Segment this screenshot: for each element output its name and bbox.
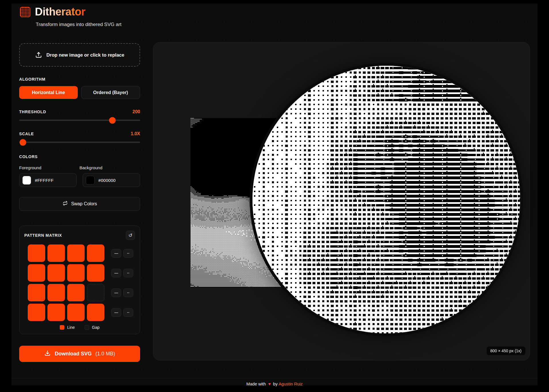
- image-size-badge: 800 × 450 px (1x): [487, 347, 525, 355]
- matrix-row: —··: [28, 264, 135, 282]
- legend-line-label: Line: [67, 325, 75, 330]
- matrix-cell-line[interactable]: [28, 284, 45, 301]
- colors-section-label: COLORS: [19, 154, 140, 159]
- row-dots-button[interactable]: ··: [123, 288, 133, 297]
- legend-gap-label: Gap: [92, 325, 100, 330]
- algorithm-section-label: ALGORITHM: [19, 77, 140, 81]
- matrix-cell-line[interactable]: [87, 244, 104, 262]
- row-dots-button[interactable]: ··: [123, 249, 133, 258]
- matrix-cell-line[interactable]: [67, 304, 85, 321]
- matrix-cell-line[interactable]: [67, 284, 85, 301]
- matrix-cell-line[interactable]: [47, 244, 65, 262]
- foreground-color-input[interactable]: #FFFFFF: [19, 173, 77, 187]
- swap-icon: [62, 200, 68, 207]
- foreground-label: Foreground: [19, 165, 79, 170]
- footer-middle: by: [273, 381, 278, 386]
- scale-slider[interactable]: [19, 142, 140, 143]
- background-swatch[interactable]: [86, 176, 95, 185]
- matrix-cell-line[interactable]: [28, 244, 45, 262]
- pattern-matrix-label: PATTERN MATRIX: [24, 233, 62, 238]
- matrix-row: —··: [28, 284, 135, 301]
- swap-colors-label: Swap Colors: [71, 201, 97, 206]
- download-size: (1.0 MB): [96, 351, 115, 357]
- matrix-row: —··: [28, 244, 135, 262]
- matrix-cell-line[interactable]: [67, 264, 85, 282]
- pattern-matrix-reset-button[interactable]: ↺: [126, 231, 135, 240]
- threshold-slider-thumb[interactable]: [109, 117, 116, 124]
- matrix-cell-line[interactable]: [47, 264, 65, 282]
- upload-icon: [35, 51, 42, 59]
- download-icon: [44, 350, 51, 358]
- matrix-cell-line[interactable]: [47, 304, 65, 321]
- row-line-button[interactable]: —: [111, 249, 121, 258]
- row-line-button[interactable]: —: [111, 288, 121, 297]
- magnifier-canvas: [252, 66, 520, 333]
- app-background: Ditherator Transform images into dithere…: [11, 3, 538, 385]
- scale-slider-thumb[interactable]: [19, 139, 26, 146]
- matrix-cell-line[interactable]: [87, 304, 104, 321]
- matrix-cell-line[interactable]: [87, 264, 104, 282]
- algorithm-ordered-bayer-button[interactable]: Ordered (Bayer): [81, 86, 140, 99]
- threshold-value: 200: [132, 109, 140, 114]
- heart-icon: ♥: [268, 381, 271, 386]
- pattern-matrix-panel: PATTERN MATRIX ↺ —··—··—··—·· Line Gap: [19, 226, 140, 334]
- row-line-button[interactable]: —: [111, 269, 121, 277]
- scale-value: 1.0X: [131, 131, 140, 136]
- legend-line-swatch: [60, 325, 64, 330]
- pattern-grid: —··—··—··—··: [24, 244, 135, 321]
- algorithm-horizontal-line-button[interactable]: Horizontal Line: [19, 86, 78, 99]
- download-svg-button[interactable]: Download SVG (1.0 MB): [19, 346, 140, 362]
- matrix-cell-line[interactable]: [28, 264, 45, 282]
- controls-sidebar: Drop new image or click to replace ALGOR…: [19, 43, 140, 362]
- algorithm-options: Horizontal Line Ordered (Bayer): [19, 86, 140, 99]
- preview-canvas-panel: 800 × 450 px (1x): [153, 42, 530, 361]
- page: Ditherator Transform images into dithere…: [0, 0, 549, 392]
- threshold-slider[interactable]: [19, 120, 140, 121]
- matrix-cell-line[interactable]: [67, 244, 85, 262]
- background-color-input[interactable]: #000000: [83, 173, 140, 187]
- row-dots-button[interactable]: ··: [123, 308, 133, 317]
- row-dots-button[interactable]: ··: [123, 269, 133, 277]
- app-logo-dither-icon: [20, 7, 30, 17]
- footer: Made with ♥ by Agustin Ruiz: [11, 378, 538, 386]
- background-hex: #000000: [98, 178, 116, 183]
- image-dropzone[interactable]: Drop new image or click to replace: [19, 43, 140, 67]
- scale-label: SCALE: [19, 132, 34, 136]
- download-svg-label: Download SVG: [55, 351, 92, 357]
- threshold-label: THRESHOLD: [19, 110, 46, 114]
- matrix-cell-line[interactable]: [47, 284, 65, 301]
- app-subtitle: Transform images into dithered SVG art: [36, 22, 122, 27]
- foreground-hex: #FFFFFF: [35, 178, 53, 183]
- dropzone-label: Drop new image or click to replace: [46, 52, 124, 58]
- foreground-swatch[interactable]: [22, 176, 31, 185]
- matrix-cell-gap[interactable]: [87, 284, 104, 301]
- footer-prefix: Made with: [246, 381, 266, 386]
- legend-gap-swatch: [85, 325, 89, 330]
- swap-colors-button[interactable]: Swap Colors: [19, 197, 140, 211]
- matrix-cell-line[interactable]: [28, 304, 45, 321]
- author-link[interactable]: Agustin Ruiz: [279, 381, 303, 386]
- app-title: Ditherator: [35, 6, 85, 18]
- row-line-button[interactable]: —: [111, 308, 121, 317]
- matrix-row: —··: [28, 304, 135, 321]
- background-label: Background: [79, 165, 140, 170]
- magnifier-loupe[interactable]: [250, 63, 523, 336]
